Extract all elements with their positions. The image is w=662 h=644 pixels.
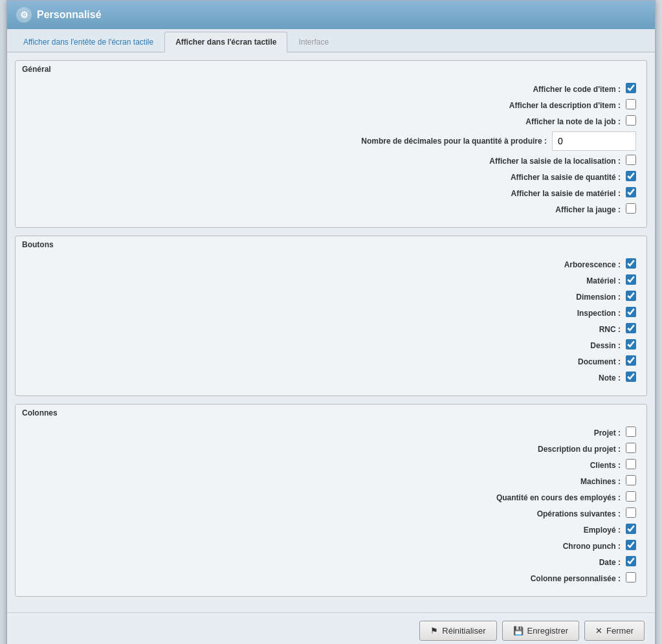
row-afficher-saisie-materiel: Afficher la saisie de matériel :: [26, 187, 636, 199]
row-nb-decimales: Nombre de décimales pour la quantité à p…: [26, 131, 636, 151]
row-rnc: RNC :: [26, 323, 636, 335]
checkbox-arborescence[interactable]: [626, 258, 636, 269]
section-boutons: Boutons Arborescence : Matériel : Dimens…: [15, 236, 647, 396]
row-desc-projet: Description du projet :: [26, 443, 636, 455]
label-operations-suivantes: Opérations suivantes :: [537, 509, 621, 518]
label-afficher-note-job: Afficher la note de la job :: [525, 117, 621, 126]
label-colonne-perso: Colonne personnalisée :: [531, 574, 621, 583]
label-dessin: Dessin :: [590, 341, 621, 350]
label-afficher-code-item: Afficher le code d'item :: [533, 85, 621, 94]
checkbox-qte-employes[interactable]: [626, 491, 636, 502]
label-afficher-saisie-localisation: Afficher la saisie de la localisation :: [489, 157, 621, 166]
checkbox-dessin[interactable]: [626, 339, 636, 350]
row-chrono-punch: Chrono punch :: [26, 540, 636, 552]
tab-ecran-tactile[interactable]: Afficher dans l'écran tactile: [164, 32, 287, 52]
label-afficher-saisie-quantite: Afficher la saisie de quantité :: [511, 173, 621, 182]
reinitialiser-label: Réinitialiser: [442, 626, 485, 636]
checkbox-dimension[interactable]: [626, 291, 636, 301]
ctrl-afficher-note-job: [626, 115, 636, 128]
label-qte-employes: Quantité en cours des employés :: [496, 493, 621, 502]
label-arborescence: Arborescence :: [564, 260, 621, 269]
row-operations-suivantes: Opérations suivantes :: [26, 507, 636, 520]
gear-icon: ⚙: [16, 7, 32, 23]
row-inspection: Inspection :: [26, 307, 636, 319]
reinitialiser-icon: ⚑: [430, 626, 438, 636]
row-qte-employes: Quantité en cours des employés :: [26, 491, 636, 504]
checkbox-afficher-jauge[interactable]: [626, 203, 636, 214]
checkbox-afficher-note-job[interactable]: [626, 115, 636, 126]
enregistrer-button[interactable]: 💾 Enregistrer: [502, 621, 580, 641]
row-afficher-jauge: Afficher la jauge :: [26, 203, 636, 216]
ctrl-afficher-saisie-materiel: [626, 187, 636, 199]
ctrl-afficher-jauge: [626, 203, 636, 216]
section-colonnes: Colonnes Projet : Description du projet …: [15, 404, 647, 597]
ctrl-afficher-code-item: [626, 83, 636, 95]
row-clients: Clients :: [26, 459, 636, 471]
tabs-bar: Afficher dans l'entête de l'écran tactil…: [7, 29, 655, 52]
label-employe: Employé :: [584, 526, 621, 535]
label-machines: Machines :: [580, 477, 621, 486]
checkbox-inspection[interactable]: [626, 307, 636, 317]
section-general: Général Afficher le code d'item : Affich…: [15, 60, 647, 228]
section-boutons-body: Arborescence : Matériel : Dimension : In…: [16, 253, 646, 395]
label-rnc: RNC :: [599, 325, 621, 334]
label-clients: Clients :: [590, 461, 621, 470]
checkbox-operations-suivantes[interactable]: [626, 507, 636, 518]
checkbox-note[interactable]: [626, 372, 636, 382]
label-nb-decimales: Nombre de décimales pour la quantité à p…: [361, 137, 547, 146]
checkbox-document[interactable]: [626, 355, 636, 366]
section-colonnes-title: Colonnes: [16, 405, 646, 421]
checkbox-desc-projet[interactable]: [626, 443, 636, 453]
checkbox-colonne-perso[interactable]: [626, 572, 636, 583]
reinitialiser-button[interactable]: ⚑ Réinitialiser: [419, 621, 496, 641]
row-afficher-note-job: Afficher la note de la job :: [26, 115, 636, 128]
row-afficher-saisie-quantite: Afficher la saisie de quantité :: [26, 171, 636, 183]
label-note: Note :: [599, 373, 621, 383]
row-employe: Employé :: [26, 524, 636, 536]
checkbox-afficher-saisie-localisation[interactable]: [626, 155, 636, 165]
section-general-body: Afficher le code d'item : Afficher la de…: [16, 78, 646, 227]
main-content: Général Afficher le code d'item : Affich…: [7, 52, 655, 612]
checkbox-afficher-saisie-materiel[interactable]: [626, 187, 636, 197]
tab-interface[interactable]: Interface: [287, 32, 340, 52]
row-materiel: Matériel :: [26, 274, 636, 287]
row-note: Note :: [26, 372, 636, 384]
row-arborescence: Arborescence :: [26, 258, 636, 271]
checkbox-employe[interactable]: [626, 524, 636, 534]
checkbox-afficher-desc-item[interactable]: [626, 99, 636, 109]
checkbox-machines[interactable]: [626, 475, 636, 485]
checkbox-materiel[interactable]: [626, 274, 636, 285]
section-boutons-title: Boutons: [16, 236, 646, 253]
main-window: ⚙ Personnalisé Afficher dans l'entête de…: [6, 0, 656, 644]
row-projet: Projet :: [26, 427, 636, 439]
label-date: Date :: [599, 558, 621, 567]
label-materiel: Matériel :: [586, 276, 621, 285]
input-nb-decimales[interactable]: [552, 131, 636, 151]
window-title: Personnalisé: [37, 9, 102, 21]
checkbox-chrono-punch[interactable]: [626, 540, 636, 550]
label-afficher-saisie-materiel: Afficher la saisie de matériel :: [511, 189, 621, 198]
row-afficher-saisie-localisation: Afficher la saisie de la localisation :: [26, 155, 636, 167]
checkbox-afficher-saisie-quantite[interactable]: [626, 171, 636, 181]
ctrl-afficher-saisie-localisation: [626, 155, 636, 167]
section-colonnes-body: Projet : Description du projet : Clients…: [16, 421, 646, 596]
section-general-title: Général: [16, 61, 646, 78]
checkbox-date[interactable]: [626, 556, 636, 566]
label-chrono-punch: Chrono punch :: [563, 542, 621, 551]
checkbox-afficher-code-item[interactable]: [626, 83, 636, 93]
window-header: ⚙ Personnalisé: [7, 1, 655, 29]
footer: ⚑ Réinitialiser 💾 Enregistrer ✕ Fermer: [7, 612, 655, 644]
row-afficher-desc-item: Afficher la description d'item :: [26, 99, 636, 111]
ctrl-afficher-saisie-quantite: [626, 171, 636, 183]
label-document: Document :: [578, 357, 621, 366]
fermer-label: Fermer: [606, 626, 634, 636]
ctrl-afficher-desc-item: [626, 99, 636, 111]
checkbox-clients[interactable]: [626, 459, 636, 469]
row-colonne-perso: Colonne personnalisée :: [26, 572, 636, 584]
enregistrer-icon: 💾: [513, 626, 524, 636]
fermer-button[interactable]: ✕ Fermer: [584, 621, 645, 641]
tab-header-tactile[interactable]: Afficher dans l'entête de l'écran tactil…: [12, 32, 164, 52]
checkbox-projet[interactable]: [626, 427, 636, 437]
checkbox-rnc[interactable]: [626, 323, 636, 333]
label-projet: Projet :: [594, 428, 621, 438]
